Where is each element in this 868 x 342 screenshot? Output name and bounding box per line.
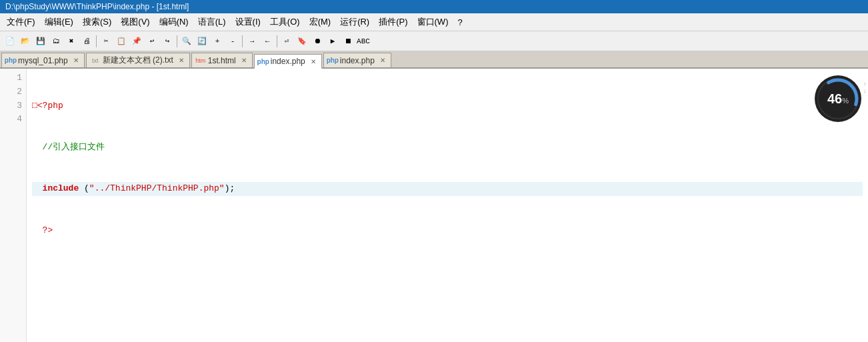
line-num-3: 3 [4,99,22,113]
toolbar-separator-1 [96,35,97,47]
tab-txt[interactable]: txt 新建文本文档 (2).txt ✕ [86,53,190,67]
menu-item-0[interactable]: 文件(F) [3,15,39,29]
cut-button[interactable]: ✂ [99,34,113,49]
zoom-out-button[interactable]: - [225,34,240,49]
include-paren-close: ); [225,183,235,193]
code-line-1: □<?php [32,99,863,113]
zoom-in-button[interactable]: + [210,34,225,49]
menu-item-6[interactable]: 设置(I) [231,15,265,29]
toolbar-separator-4 [277,35,277,47]
code-line-2: //引入接口文件 [32,141,863,155]
line-numbers: 1 2 3 4 [0,69,27,342]
paste-button[interactable]: 📌 [129,34,144,49]
menu-item-12[interactable]: ? [453,16,466,29]
tab-mysql[interactable]: php mysql_01.php ✕ [1,53,85,67]
tab-label-html: 1st.html [208,56,236,65]
menu-item-7[interactable]: 工具(O) [266,15,304,29]
comment-text: //引入接口文件 [32,142,105,152]
tab-html[interactable]: htm 1st.html ✕ [191,53,253,67]
php-close-tag: ?> [32,225,53,235]
undo-button[interactable]: ↩ [145,34,159,49]
tab-close-mysql[interactable]: ✕ [72,57,80,65]
copy-button[interactable]: 📋 [114,34,129,49]
line-num-2: 2 [4,85,22,99]
menu-item-8[interactable]: 宏(M) [305,15,335,29]
tab-label-index-2: index.php [340,56,375,65]
menu-item-5[interactable]: 语言(L) [194,15,230,29]
php-icon-2: php [328,56,337,65]
tab-label-index-active: index.php [271,57,305,66]
tab-label-mysql: mysql_01.php [18,56,68,65]
macro-button[interactable]: ⏺ [310,34,325,49]
indent-button[interactable]: → [245,34,259,49]
txt-icon: txt [91,56,100,65]
spellcheck-button[interactable]: ABC [356,34,371,49]
php-open-tag: □<?php [32,101,63,111]
download-speed-label: ↓ 0K/s [863,87,868,94]
tabs-bar: php mysql_01.php ✕ txt 新建文本文档 (2).txt ✕ … [0,51,868,69]
bookmark-button[interactable]: 🔖 [295,34,309,49]
save-button[interactable]: 💾 [33,34,48,49]
print-button[interactable]: 🖨 [79,34,94,49]
tab-close-index-active[interactable]: ✕ [309,57,317,65]
menu-item-3[interactable]: 视图(V) [117,15,153,29]
editor-content[interactable]: □<?php //引入接口文件 include ("../ThinkPHP/Th… [27,69,868,342]
redo-button[interactable]: ↪ [160,34,175,49]
tab-close-html[interactable]: ✕ [240,57,248,65]
code-line-4: ?> [32,224,863,238]
toolbar-separator-2 [177,35,177,47]
open-button[interactable]: 📂 [18,34,33,49]
menu-item-1[interactable]: 编辑(E) [41,15,77,29]
toolbar: 📄 📂 💾 🗂 ✖ 🖨 ✂ 📋 📌 ↩ ↪ 🔍 🔄 + - → ← ⏎ 🔖 ⏺ … [0,31,868,51]
outdent-button[interactable]: ← [260,34,275,49]
upload-speed-label: ↑ 0K/s [863,81,868,87]
menu-item-10[interactable]: 插件(P) [375,15,411,29]
include-keyword: include [43,183,79,193]
title-bar: D:\phpStudy\WWW\ThinkPHP\index.php - [1s… [0,0,868,13]
network-widget: 46 % ↑ 0K/s ↓ 0K/s [815,75,861,122]
tab-close-txt[interactable]: ✕ [177,57,185,65]
line-num-1: 1 [4,71,22,85]
menu-item-2[interactable]: 搜索(S) [79,15,115,29]
close-button[interactable]: ✖ [64,34,79,49]
line-num-4: 4 [4,113,22,127]
toolbar-separator-3 [242,35,243,47]
menu-item-9[interactable]: 运行(R) [336,15,373,29]
tab-close-index-2[interactable]: ✕ [379,57,387,65]
menu-bar: 文件(F)编辑(E)搜索(S)视图(V)编码(N)语言(L)设置(I)工具(O)… [0,13,868,31]
php-icon-active: php [259,57,268,66]
menu-item-11[interactable]: 窗口(W) [413,15,453,29]
editor-container: 1 2 3 4 □<?php //引入接口文件 include ("../Thi… [0,69,868,342]
php-icon: php [6,56,15,65]
network-percent-sign: % [842,97,849,105]
new-button[interactable]: 📄 [3,34,17,49]
find-button[interactable]: 🔍 [179,34,194,49]
tab-index-active[interactable]: php index.php ✕ [254,54,322,69]
run-button[interactable]: ▶ [325,34,340,49]
stop-button[interactable]: ⏹ [341,34,355,49]
code-line-3: include ("../ThinkPHP/ThinkPHP.php"); [32,182,863,196]
menu-item-4[interactable]: 编码(N) [155,15,193,29]
html-icon: htm [196,56,205,65]
wrap-button[interactable]: ⏎ [279,34,294,49]
include-string: "../ThinkPHP/ThinkPHP.php" [89,183,225,193]
title-text: D:\phpStudy\WWW\ThinkPHP\index.php - [1s… [5,2,189,11]
include-paren-open: ( [79,183,89,193]
tab-index-2[interactable]: php index.php ✕ [323,53,391,67]
replace-button[interactable]: 🔄 [195,34,209,49]
tab-label-txt: 新建文本文档 (2).txt [103,55,173,66]
save-all-button[interactable]: 🗂 [49,34,63,49]
network-percent-value: 46 [827,92,842,105]
